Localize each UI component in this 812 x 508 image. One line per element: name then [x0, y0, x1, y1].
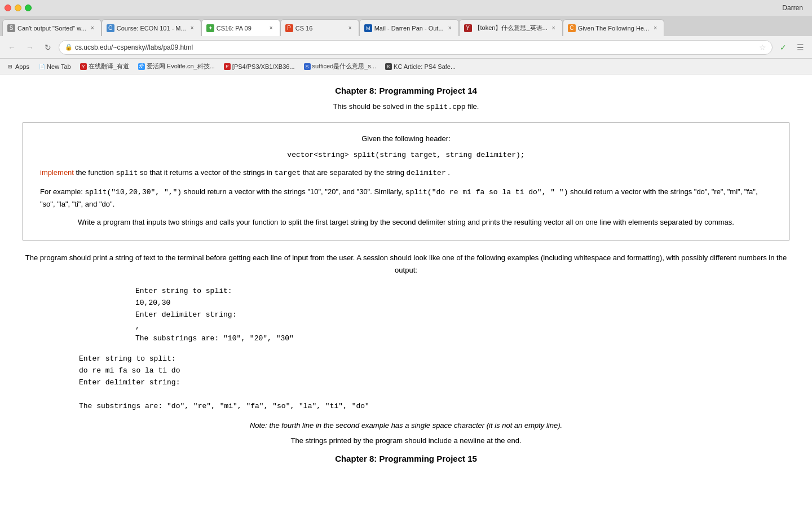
bookmark-newtab[interactable]: 📄 New Tab [36, 62, 73, 71]
newtab-favicon: 📄 [38, 63, 45, 70]
tab-5[interactable]: M Mail - Darren Pan - Out... × [359, 19, 459, 36]
subtitle-end: file. [467, 102, 479, 111]
minimize-button[interactable] [15, 5, 21, 11]
chapter-title-2: Chapter 8: Programming Project 15 [23, 454, 789, 463]
tab-favicon-4: P [285, 24, 293, 32]
bookmark-kc-label: KC Article: PS4 Safe... [394, 63, 456, 70]
example-call1: split("10,20,30", ",") [85, 188, 182, 196]
forward-button[interactable]: → [23, 40, 37, 55]
subtitle-text: This should be solved in the [333, 102, 424, 111]
tab-favicon-6: Y [464, 24, 472, 32]
tab-title-4: CS 16 [295, 25, 344, 32]
ex1-line1: Enter string to split: [135, 286, 789, 297]
chapter-title-1: Chapter 8: Programming Project 14 [23, 86, 789, 95]
title-bar: Darren [0, 0, 812, 16]
program-desc: The program should print a string of tex… [23, 252, 789, 277]
impl-before: implement [40, 168, 74, 177]
youdao-favicon: Y [80, 63, 87, 70]
tab-title-5: Mail - Darren Pan - Out... [374, 25, 444, 32]
apps-favicon: ⊞ [7, 63, 14, 70]
ex2-line2: do re mi fa so la ti do [79, 365, 789, 377]
code-example-1: Enter string to split: 10,20,30 Enter de… [23, 286, 789, 344]
navigation-bar: ← → ↻ 🔒 cs.ucsb.edu/~cspensky//labs/pa09… [0, 36, 812, 59]
impl-split-code: split [116, 169, 138, 177]
note-text: Note: the fourth line in the second exam… [23, 421, 789, 430]
bookmark-evolife-label: 爱活网 Evolife.cn_科技... [147, 62, 215, 71]
bookmark-youdao[interactable]: Y 在线翻译_有道 [78, 61, 131, 72]
ps4-favicon: P [224, 63, 231, 70]
sufficed-favicon: S [304, 63, 311, 70]
bookmark-ps4[interactable]: P [PS4/PS3/XB1/XB36... [222, 62, 297, 71]
tab-title-7: Given The Following He... [578, 25, 649, 32]
tab-6[interactable]: Y 【token】什么意思_英语... × [459, 19, 563, 36]
impl-target-code: target [275, 169, 301, 177]
tab-title-6: 【token】什么意思_英语... [474, 24, 548, 32]
tab-3[interactable]: ✦ CS16: PA 09 × [201, 19, 280, 36]
write-program-text: Write a program that inputs two strings … [40, 217, 772, 229]
tab-close-5[interactable]: × [446, 24, 454, 32]
tab-7[interactable]: C Given The Following He... × [563, 19, 664, 36]
impl-so-that: so that it returns a vector of the strin… [140, 168, 274, 177]
ex2-line3: Enter delimiter string: [79, 377, 789, 389]
back-button[interactable]: ← [5, 40, 19, 55]
tabs-bar: S Can't output "Sorted" w... × G Course:… [0, 16, 812, 36]
impl-delimiter-code: delimiter [407, 169, 446, 177]
ex2-line1: Enter string to split: [79, 353, 789, 365]
ex1-line4: , [135, 321, 789, 333]
ex1-line5: The substrings are: "10", "20", "30" [135, 333, 789, 345]
evolife-favicon: 爱 [138, 63, 145, 70]
ex2-line4 [79, 389, 789, 401]
user-name: Darren [782, 4, 807, 12]
extensions-icon[interactable]: ✓ [776, 40, 791, 55]
tab-favicon-7: C [568, 24, 576, 32]
bookmark-youdao-label: 在线翻译_有道 [89, 62, 129, 71]
tab-favicon-3: ✦ [206, 24, 214, 32]
menu-icon[interactable]: ☰ [793, 40, 807, 55]
address-bar[interactable]: 🔒 cs.ucsb.edu/~cspensky//labs/pa09.html … [59, 40, 773, 55]
bookmark-sufficed-label: sufficed是什么意思_s... [312, 62, 377, 71]
bookmark-kc[interactable]: K KC Article: PS4 Safe... [383, 62, 458, 71]
tab-close-6[interactable]: × [550, 24, 558, 32]
browser-window: Darren S Can't output "Sorted" w... × G … [0, 0, 812, 508]
example-text: For example: split("10,20,30", ",") shou… [40, 186, 772, 211]
impl-text-after-red: the function [76, 168, 116, 177]
impl-separated: that are separated by the string [303, 168, 407, 177]
bookmark-ps4-label: [PS4/PS3/XB1/XB36... [232, 63, 295, 70]
reload-button[interactable]: ↻ [41, 40, 55, 55]
example-call2: split("do re mi fa so la ti do", " ") [405, 188, 568, 196]
tab-favicon-5: M [364, 24, 372, 32]
tab-close-3[interactable]: × [267, 24, 275, 32]
code-signature: vector<string> split(string target, stri… [40, 151, 772, 159]
bookmark-evolife[interactable]: 爱 爱活网 Evolife.cn_科技... [136, 61, 217, 72]
implement-text: implement the function split so that it … [40, 167, 772, 179]
page-content: Chapter 8: Programming Project 14 This s… [0, 75, 812, 508]
tab-title-3: CS16: PA 09 [217, 25, 265, 32]
bookmark-newtab-label: New Tab [47, 63, 71, 70]
tab-title-2: Course: ECON 101 - M... [117, 25, 186, 32]
tab-title-1: Can't output "Sorted" w... [17, 25, 86, 32]
subtitle-code: split.cpp [426, 103, 465, 111]
tab-1[interactable]: S Can't output "Sorted" w... × [2, 19, 102, 36]
address-text: cs.ucsb.edu/~cspensky//labs/pa09.html [75, 43, 757, 51]
maximize-button[interactable] [25, 5, 32, 11]
box-header: Given the following header: [40, 134, 772, 143]
tab-2[interactable]: G Course: ECON 101 - M... × [102, 19, 201, 36]
bookmark-apps[interactable]: ⊞ Apps [5, 62, 32, 71]
ex1-line3: Enter delimiter string: [135, 309, 789, 321]
example-mid1: should return a vector with the strings … [184, 187, 405, 196]
tab-favicon-2: G [107, 24, 114, 32]
close-button[interactable] [5, 5, 11, 11]
tab-close-2[interactable]: × [188, 24, 196, 32]
impl-period: . [448, 168, 450, 177]
ex1-line2: 10,20,30 [135, 297, 789, 309]
problem-box: Given the following header: vector<strin… [23, 122, 789, 240]
tab-4[interactable]: P CS 16 × [280, 19, 359, 36]
ex2-line5: The substrings are: "do", "re", "mi", "f… [79, 401, 789, 413]
star-icon[interactable]: ☆ [759, 43, 766, 52]
kc-favicon: K [385, 63, 392, 70]
bookmark-sufficed[interactable]: S sufficed是什么意思_s... [302, 61, 379, 72]
bookmarks-bar: ⊞ Apps 📄 New Tab Y 在线翻译_有道 爱 爱活网 Evolife… [0, 59, 812, 75]
tab-close-1[interactable]: × [89, 24, 96, 32]
tab-close-4[interactable]: × [346, 24, 354, 32]
tab-close-7[interactable]: × [651, 24, 659, 32]
